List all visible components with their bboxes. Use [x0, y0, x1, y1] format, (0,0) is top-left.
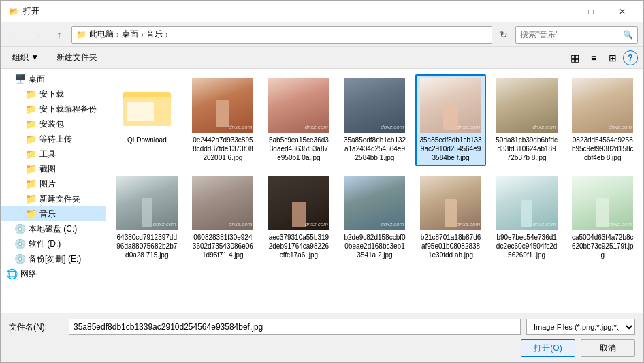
refresh-button[interactable]: ↻	[495, 26, 513, 44]
folder-new-icon: 📁	[25, 193, 37, 204]
tree-item-tools[interactable]: 📁 工具	[1, 146, 106, 161]
tree-label-newfolder: 新建文件夹	[39, 193, 80, 205]
tree-item-music[interactable]: 📁 音乐	[1, 206, 106, 221]
file-label-6: 0823dd54564e9258b95c9ef99382d158ccbf4eb …	[571, 136, 634, 162]
file-item-13[interactable]: dnxz.com ca5004d63f4a72b8c620bb73c925179…	[567, 172, 638, 264]
file-thumbnail-3: dnxz.com	[344, 78, 405, 133]
tree-item-network[interactable]: 🌐 网络	[1, 266, 106, 281]
file-item-12[interactable]: dnxz.com b90e7bec54e736d1dc2ec60c94504fc…	[492, 172, 562, 264]
minimize-button[interactable]: —	[544, 1, 575, 22]
file-thumbnail-8: dnxz.com	[192, 176, 253, 230]
breadcrumb-sep1: ›	[116, 30, 119, 40]
watermark-12: dnxz.com	[532, 221, 556, 227]
tree-item-drive-e[interactable]: 💿 备份[勿删] (E:)	[1, 251, 106, 266]
search-box: 🔍	[515, 26, 638, 44]
drive-c-icon: 💿	[14, 223, 26, 234]
dialog-window: 📂 打开 — □ ✕ ← → ↑ 📁 此电脑 › 桌面 › 音乐 › ↻ 🔍 组…	[0, 0, 644, 363]
drive-e-icon: 💿	[14, 253, 26, 264]
tree-item-waiting[interactable]: 📁 等待上传	[1, 131, 106, 146]
filetype-dropdown[interactable]: Image Files (*.png;*.jpg;*.jpe ▼	[526, 319, 635, 335]
main-area: 🖥️ 桌面 📁 安下载 📁 安下载编程备份 📁 安装包 📁 等待上传 📁	[1, 69, 643, 313]
tree-label-download: 安下载	[39, 89, 64, 100]
folder-install-icon: 📁	[25, 119, 37, 129]
file-item-5[interactable]: dnxz.com 50da81cb39db6bfdcd33fd310624ab1…	[492, 74, 562, 166]
maximize-button[interactable]: □	[575, 1, 607, 22]
file-label-5: 50da81cb39db6bfdcd33fd310624ab18972b37b …	[496, 136, 558, 162]
file-label-13: ca5004d63f4a72b8c620bb73c925179f.jpg	[571, 233, 634, 259]
folder-waiting-icon: 📁	[25, 133, 37, 144]
file-label-7: 64380cd7912397dd96da88075682b2b7d0a28 71…	[116, 233, 178, 259]
filename-input[interactable]	[69, 319, 521, 335]
title-bar-left: 📂 打开	[9, 5, 39, 17]
file-item-4[interactable]: dnxz.com 35a85edf8db1cb1339ac2910d254564…	[415, 74, 486, 166]
folder-download-icon: 📁	[25, 89, 37, 99]
file-item-10[interactable]: dnxz.com b2de9c82d158ccbf00beae2d168bc3e…	[340, 172, 410, 264]
tree-item-newfolder[interactable]: 📁 新建文件夹	[1, 191, 106, 206]
file-label-12: b90e7bec54e736d1dc2ec60c94504fc2d56269f1…	[496, 233, 558, 259]
drive-d-icon: 💿	[14, 238, 26, 249]
tree-label-install: 安装包	[39, 119, 64, 130]
file-label-qldownload: QLDownload	[116, 136, 178, 144]
breadcrumb-pc: 此电脑	[89, 29, 114, 40]
file-item-2[interactable]: dnxz.com 5ab5c9ea15ce36d33daed43635f33a8…	[263, 74, 334, 166]
tree-item-screenshot[interactable]: 📁 截图	[1, 161, 106, 176]
folder-icon: 📁	[76, 30, 86, 40]
file-item-11[interactable]: dnxz.com b21c8701a18b87d6af95e01b0808283…	[415, 172, 486, 264]
file-label-11: b21c8701a18b87d6af95e01b080828381e30fdd …	[419, 233, 482, 259]
tree-item-download2[interactable]: 📁 安下载编程备份	[1, 101, 106, 116]
file-thumbnail-5: dnxz.com	[496, 78, 558, 133]
close-button[interactable]: ✕	[607, 1, 638, 22]
breadcrumb[interactable]: 📁 此电脑 › 桌面 › 音乐 ›	[71, 26, 492, 44]
watermark-1: dnxz.com	[229, 124, 252, 130]
tree-label-music: 音乐	[39, 208, 56, 220]
file-grid: QLDownload dnxz.com 0e2442a7d933c8958cdd…	[106, 69, 643, 313]
new-folder-button[interactable]: 新建文件夹	[50, 50, 103, 66]
breadcrumb-sep2: ›	[141, 30, 144, 40]
search-input[interactable]	[520, 30, 620, 40]
file-item-9[interactable]: dnxz.com aec379310a55b3192deb91764ca9822…	[263, 172, 334, 264]
file-item-7[interactable]: dnxz.com 64380cd7912397dd96da88075682b2b…	[112, 172, 182, 264]
search-icon: 🔍	[623, 30, 633, 40]
file-thumbnail-1: dnxz.com	[192, 78, 253, 133]
action-row-bottom: 打开(O) 取消	[9, 339, 635, 357]
left-panel: 🖥️ 桌面 📁 安下载 📁 安下载编程备份 📁 安装包 📁 等待上传 📁	[1, 69, 106, 313]
file-item-qldownload[interactable]: QLDownload	[112, 74, 182, 166]
tree-item-drive-c[interactable]: 💿 本地磁盘 (C:)	[1, 221, 106, 236]
folder-thumbnail-qldownload	[116, 78, 178, 133]
file-item-3[interactable]: dnxz.com 35a85edf8db1cb132a1a2404d254564…	[340, 74, 410, 166]
breadcrumb-sep3: ›	[165, 30, 168, 40]
watermark-9: dnxz.com	[305, 221, 328, 227]
cancel-button[interactable]: 取消	[581, 339, 635, 357]
watermark-5: dnxz.com	[532, 124, 556, 130]
open-button[interactable]: 打开(O)	[521, 339, 575, 357]
folder-music-icon: 📁	[25, 208, 37, 219]
watermark-6: dnxz.com	[609, 124, 632, 130]
view-icon1-button[interactable]: ▦	[566, 50, 583, 66]
file-item-1[interactable]: dnxz.com 0e2442a7d933c8958cddd37fde1373f…	[188, 74, 259, 166]
back-button[interactable]: ←	[6, 26, 25, 44]
watermark-3: dnxz.com	[381, 124, 404, 130]
forward-button[interactable]: →	[28, 26, 47, 44]
watermark-2: dnxz.com	[305, 124, 328, 130]
watermark-13: dnxz.com	[609, 221, 632, 227]
file-thumbnail-13: dnxz.com	[572, 176, 633, 230]
tree-item-install[interactable]: 📁 安装包	[1, 116, 106, 131]
up-button[interactable]: ↑	[50, 26, 69, 44]
tree-item-desktop[interactable]: 🖥️ 桌面	[1, 72, 106, 86]
view-icon2-button[interactable]: ≡	[585, 50, 602, 66]
view-icon3-button[interactable]: ⊞	[604, 50, 622, 66]
file-item-8[interactable]: dnxz.com 060828381f30e9243602d73543086e0…	[188, 172, 259, 264]
title-bar-controls: — □ ✕	[544, 1, 638, 22]
tree-item-pictures[interactable]: 📁 图片	[1, 176, 106, 191]
tree-label-desktop: 桌面	[29, 74, 45, 85]
file-item-6[interactable]: dnxz.com 0823dd54564e9258b95c9ef99382d15…	[567, 74, 638, 166]
tree-item-download[interactable]: 📁 安下载	[1, 86, 106, 101]
file-thumbnail-9: dnxz.com	[268, 176, 329, 230]
organize-button[interactable]: 组织 ▼	[6, 50, 45, 66]
tree-label-pictures: 图片	[39, 178, 56, 190]
tree-label-drive-d: 软件 (D:)	[29, 238, 61, 250]
tree-item-drive-d[interactable]: 💿 软件 (D:)	[1, 236, 106, 251]
file-thumbnail-4: dnxz.com	[420, 78, 481, 133]
help-button[interactable]: ?	[623, 50, 638, 65]
folder-tools-icon: 📁	[25, 148, 37, 159]
